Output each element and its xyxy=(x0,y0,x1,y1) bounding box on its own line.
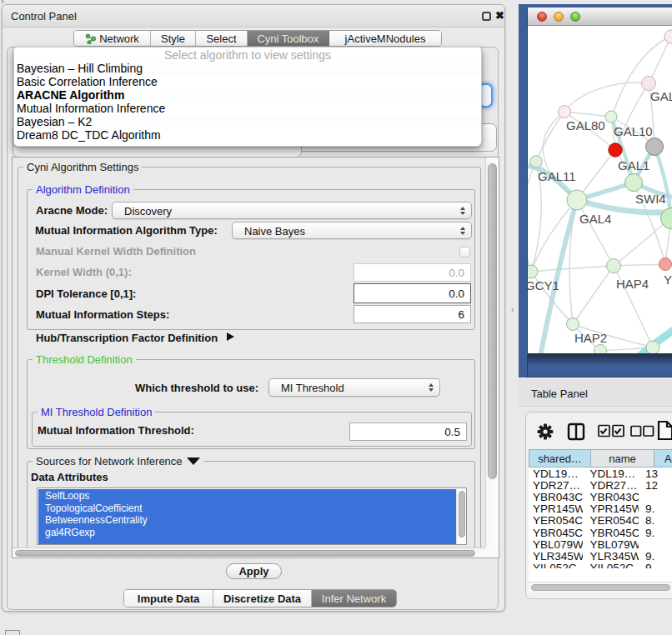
node-label: HAP2 xyxy=(574,331,607,345)
column-header-a[interactable]: A xyxy=(654,449,672,468)
sources-title: Sources for Network Inference xyxy=(36,455,183,468)
kernel-width-field[interactable]: 0.0 xyxy=(354,263,471,282)
node-label: GAL4 xyxy=(579,212,611,226)
settings-horizontal-scrollbar[interactable] xyxy=(13,548,485,558)
mi-threshold-field[interactable]: 0.5 xyxy=(349,422,467,441)
settings-vscrollbar-thumb[interactable] xyxy=(488,163,497,479)
table-row[interactable]: YLR345WYLR345W9. xyxy=(529,550,672,562)
mi-type-label: Mutual Information Algorithm Type: xyxy=(35,224,218,237)
table-row[interactable]: YBR045CYBR045C9. xyxy=(529,527,672,538)
unchecked-columns-icon[interactable] xyxy=(631,427,654,437)
tab-jactivemnodules[interactable]: jActiveMNodules xyxy=(329,31,441,46)
table-rows: YDL19…YDL19…13YDR27…YDR27…12YBR043CYBR04… xyxy=(529,468,672,568)
dpi-tolerance-field[interactable]: 0.0 xyxy=(354,283,471,303)
network-node[interactable] xyxy=(642,77,656,91)
network-node[interactable] xyxy=(646,341,659,353)
mi-type-value: Naive Bayes xyxy=(244,224,305,237)
network-node[interactable] xyxy=(530,156,542,168)
mi-type-combobox[interactable]: Naive Bayes xyxy=(232,222,472,239)
table-hscrollbar-thumb[interactable] xyxy=(531,584,670,591)
table-cell: YBR045C xyxy=(529,527,583,539)
control-panel-tabs: NetworkStyleSelectCyni ToolboxjActiveMNo… xyxy=(73,30,442,47)
minimize-traffic-light[interactable] xyxy=(554,12,564,22)
tab-select[interactable]: Select xyxy=(196,31,248,46)
which-threshold-combobox[interactable]: MI Threshold xyxy=(268,378,440,397)
split-columns-icon[interactable] xyxy=(569,424,584,439)
dropdown-item[interactable]: Bayesian – Hill Climbing xyxy=(14,62,481,75)
network-window-titlebar[interactable] xyxy=(528,8,672,26)
tab-impute-data[interactable]: Impute Data xyxy=(124,590,213,607)
dropdown-item[interactable]: ARACNE Algorithm xyxy=(14,88,481,102)
network-node[interactable] xyxy=(567,190,587,210)
dropdown-item[interactable]: Dream8 DC_TDC Algorithm xyxy=(14,128,481,142)
expanded-arrow-icon[interactable] xyxy=(187,458,200,465)
group-title: Sources for Network Inference xyxy=(33,455,203,468)
tab-label: Network xyxy=(99,32,139,45)
table-cell: YBR043C xyxy=(529,491,583,503)
mi-steps-field[interactable]: 6 xyxy=(354,305,471,323)
document-icon[interactable] xyxy=(659,422,672,439)
attribute-item[interactable]: SelfLoops xyxy=(38,490,148,502)
gear-icon[interactable] xyxy=(538,424,554,440)
column-header-name[interactable]: name xyxy=(591,449,654,468)
dropdown-item[interactable]: Mutual Information Inference xyxy=(14,102,481,115)
network-view-canvas[interactable]: GAL7GAL80GAL10GAL1GAL11SWI4GAL4GCY1HAP4Y… xyxy=(528,26,672,353)
aracne-mode-combobox[interactable]: Discovery xyxy=(112,202,472,219)
network-node[interactable] xyxy=(594,345,607,354)
which-threshold-label: Which threshold to use: xyxy=(83,382,258,394)
table-row[interactable]: YDL19…YDL19…13 xyxy=(529,468,672,479)
network-node[interactable] xyxy=(559,106,571,118)
close-traffic-light[interactable] xyxy=(537,12,547,22)
network-node[interactable] xyxy=(646,138,664,156)
manual-kernel-checkbox[interactable] xyxy=(459,247,470,258)
table-row[interactable]: YBL079WYBL079W xyxy=(529,538,672,550)
table-horizontal-scrollbar[interactable] xyxy=(529,582,672,592)
network-node[interactable] xyxy=(528,265,538,278)
apply-button[interactable]: Apply xyxy=(226,563,282,579)
table-row[interactable]: YER054CYER054C8. xyxy=(529,515,672,527)
split-pane-handle[interactable]: ‹ xyxy=(511,304,514,314)
data-attributes-label: Data Attributes xyxy=(31,471,108,483)
hub-definition-label: Hub/Transcription Factor Definition xyxy=(36,332,218,344)
table-row[interactable]: YDR27…YDR27…12 xyxy=(529,479,672,491)
node-label: GCY1 xyxy=(528,278,559,292)
zoom-traffic-light[interactable] xyxy=(570,12,580,22)
close-icon[interactable]: ✖ xyxy=(495,9,504,22)
checked-columns-icon[interactable] xyxy=(599,426,624,437)
network-node[interactable] xyxy=(605,111,617,122)
tab-label: Cyni Toolbox xyxy=(257,32,318,45)
attribute-item[interactable]: BetweennessCentrality xyxy=(38,514,148,527)
network-node[interactable] xyxy=(607,259,621,273)
table-row[interactable]: YIL052CYIL052C9. xyxy=(529,562,672,569)
dropdown-item[interactable]: Bayesian – K2 xyxy=(14,115,481,128)
tab-discretize-data[interactable]: Discretize Data xyxy=(213,590,312,607)
tab-infer-network[interactable]: Infer Network xyxy=(312,590,396,607)
list-vertical-scrollbar[interactable] xyxy=(456,489,467,545)
kernel-width-label: Kernel Width (0,1): xyxy=(36,266,132,278)
settings-vertical-scrollbar[interactable] xyxy=(485,158,499,548)
network-node[interactable] xyxy=(567,318,579,331)
tab-style[interactable]: Style xyxy=(151,31,196,46)
list-scrollbar-thumb[interactable] xyxy=(459,491,465,538)
dropdown-item[interactable]: Basic Correlation Inference xyxy=(14,75,481,88)
collapsed-arrow-icon[interactable] xyxy=(227,332,234,341)
table-header-row: shared…nameA xyxy=(529,449,672,468)
partial-bottom-left-control[interactable] xyxy=(5,630,20,635)
network-node[interactable] xyxy=(625,174,643,192)
tab-network[interactable]: Network xyxy=(74,31,151,46)
network-node[interactable] xyxy=(659,258,672,271)
tab-cyni-toolbox[interactable]: Cyni Toolbox xyxy=(248,31,329,46)
table-row[interactable]: YPR145WYPR145W9. xyxy=(529,503,672,515)
float-window-icon[interactable] xyxy=(482,12,491,21)
network-node[interactable] xyxy=(609,143,622,157)
network-node[interactable] xyxy=(664,30,672,43)
control-panel-titlebar[interactable] xyxy=(3,5,504,28)
table-row[interactable]: YBR043CYBR043C xyxy=(529,491,672,502)
network-window-border-bottom xyxy=(528,353,672,378)
data-attributes-list[interactable]: SelfLoopsTopologicalCoefficientBetweenne… xyxy=(37,488,467,545)
settings-hscrollbar-thumb[interactable] xyxy=(15,550,475,557)
table-cell: YBL079W xyxy=(583,538,639,551)
attribute-item[interactable]: TopologicalCoefficient xyxy=(38,502,148,515)
attribute-item[interactable]: gal4RGexp xyxy=(38,527,148,539)
column-header-shared[interactable]: shared… xyxy=(529,449,591,468)
